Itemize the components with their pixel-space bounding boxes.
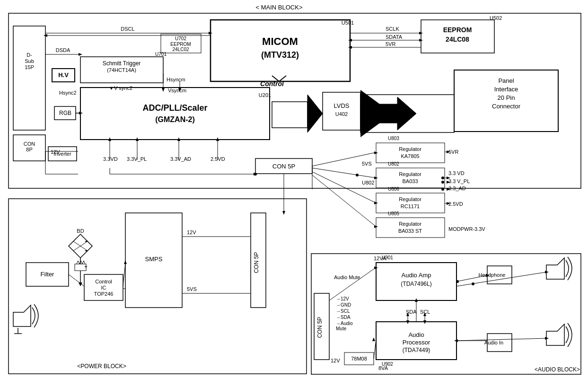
33vpl-label: 3.3V_PL (127, 156, 147, 162)
modpwr-label: MODPWR-3.3V (448, 226, 485, 232)
eeprom-sublabel: 24LC08 (446, 35, 469, 43)
con8p-label: CON (24, 141, 35, 147)
panel-label3: 20 Pin (498, 94, 515, 101)
lvds-label: LVDS (334, 102, 350, 109)
panel-label1: Panel (498, 77, 514, 84)
rgb-label: RGB (59, 110, 71, 116)
adc-label: ADC/PLL/Scaler (142, 103, 207, 113)
eeprom-id: U502 (490, 15, 502, 21)
diagram-container: < MAIN BLOCK> D- Sub 15P CON 8P Inverter… (0, 0, 588, 379)
audio-amp-label: Audio Amp (402, 272, 431, 279)
12v-audio-proc: 12V (331, 358, 340, 363)
audio-proc-sublabel: (TDA7449) (403, 347, 430, 353)
svg-point-88 (441, 188, 444, 191)
svg-point-130 (472, 282, 474, 285)
33vad-label: 3.3V_AD (170, 156, 191, 162)
scl-audio: →SCL (336, 308, 350, 314)
u802-id: U802 (388, 161, 399, 167)
dsub-label3: 15P (25, 64, 34, 70)
hv-label: H.V (58, 71, 69, 79)
svg-point-105 (254, 173, 257, 176)
u802-sublabel: BA033 (402, 178, 418, 184)
control-ic-label2: IC (101, 285, 106, 291)
vsyncm-label: Vsyncm (168, 88, 186, 93)
25vd-out: 2.5VD (448, 201, 463, 207)
svg-point-84 (441, 176, 444, 179)
gnd-audio: →GND (336, 302, 351, 308)
eeprom-small-label: EEPROM (170, 42, 191, 47)
33vd-label: 3.3VD (103, 156, 118, 162)
dsub-label: D- (26, 52, 32, 58)
adc-sublabel: (GMZAN-2) (155, 115, 195, 123)
filter-label: Filter (41, 271, 55, 278)
schmitt-sublabel: (74HCT14A) (107, 67, 136, 73)
12va-label: 12VA (374, 256, 386, 261)
hsync2-label: Hsync2 (59, 90, 77, 96)
u803-sublabel: KA7805 (401, 153, 419, 159)
audio-mute-label: Audio Mute (334, 274, 360, 280)
u802-label: Regulator (399, 171, 421, 177)
svg-point-86 (441, 181, 444, 184)
con5p-power-label: CON 5P (253, 252, 260, 273)
12v-main-label: 12V (51, 149, 60, 155)
dscl-label: DSCL (121, 26, 134, 32)
5vs-label: 5VS (362, 161, 372, 167)
dsub-label2: Sub (25, 58, 34, 64)
eeprom-small-id: U702 (175, 36, 186, 41)
con8p-label2: 8P (26, 147, 32, 152)
u803-id: U803 (388, 136, 399, 141)
micom-sublabel: (MTV312) (261, 50, 299, 60)
vsync2-label: ▼V sync2 (109, 85, 132, 91)
5vs-smps: 5VS (187, 286, 197, 292)
u803-label: Regulator (399, 146, 421, 152)
u805-id: U805 (388, 211, 399, 216)
sda-audio: →SDA (336, 315, 351, 320)
dsda-label: DSDA (56, 47, 70, 53)
headphone-label: Headphone (479, 272, 506, 278)
panel-label4: Connector (492, 103, 521, 110)
main-block-label: < MAIN BLOCK> (256, 4, 303, 11)
con5p-audio-label: CON 5P (316, 317, 323, 338)
panel-label2: Interface (494, 86, 518, 93)
svg-point-127 (456, 280, 459, 283)
svg-point-96 (356, 174, 359, 176)
u806-label: Regulator (399, 196, 421, 202)
mute-audio: Mute (336, 326, 347, 331)
reg78m08-label: 78M08 (351, 356, 367, 361)
audio-amp-sublabel: (TDA7496L) (401, 281, 431, 287)
micom-id: U501 (342, 20, 354, 26)
sdata-label: SDATA (386, 34, 403, 40)
12v-audio: →12V (336, 296, 349, 301)
audiomute-audio: →Audio (336, 321, 353, 326)
u805-label: Regulator (399, 221, 421, 227)
audio-proc-label: Audio (408, 331, 424, 338)
sclk-label: SCLK (386, 26, 399, 32)
audio-proc-label2: Processor (403, 339, 430, 346)
33vpl-out: 3.3 V_PL (448, 178, 470, 184)
eeprom-small-sublabel: 24LC02 (172, 47, 189, 52)
schmitt-label: Schmitt Trigger (103, 60, 141, 67)
12v-smps: 12V (187, 229, 196, 235)
33vd-out: 3.3 VD (448, 170, 465, 176)
adc-id: U201 (259, 92, 271, 98)
audio-block-label: <AUDIO BLOCK> (535, 366, 580, 373)
control-ic-label: Control (95, 279, 112, 284)
8va-label: 8VA (378, 365, 388, 371)
eeprom-label: EEPROM (443, 26, 472, 34)
u802-label2: U802 (362, 180, 374, 185)
smps-label: SMPS (145, 256, 163, 263)
con5p-main-label: CON 5P (272, 163, 295, 170)
u805-sublabel: BA033 ST (398, 228, 422, 234)
u806-sublabel: RC1171 (401, 203, 420, 209)
bd-label: BD (77, 228, 84, 234)
micom-label: MICOM (262, 35, 298, 47)
5vr-from-eeprom: 5VR (386, 41, 395, 47)
u806-id: U806 (388, 186, 399, 192)
control-ic-sublabel: TOP246 (94, 291, 114, 297)
power-block-label: <POWER BLOCK> (77, 363, 126, 370)
lvds-id: U402 (335, 111, 348, 117)
33vad-out: 3.3_AD (448, 185, 466, 191)
hsyncm-label: Hsyncm (167, 77, 185, 82)
